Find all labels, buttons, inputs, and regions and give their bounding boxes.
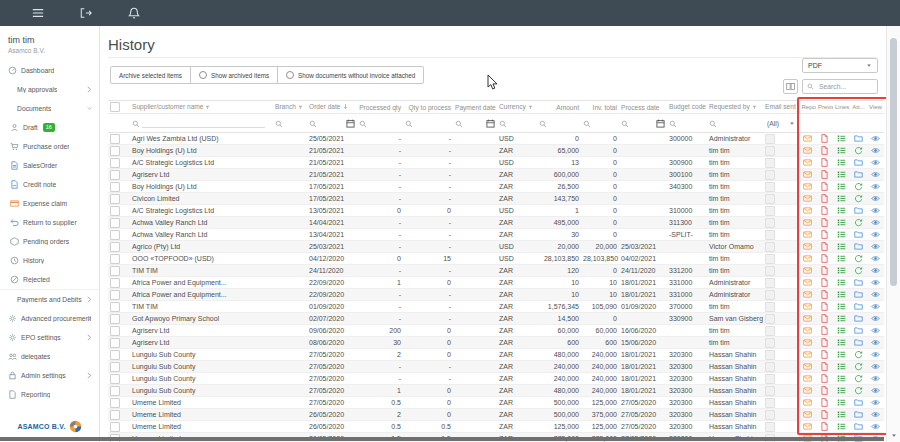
row-checkbox[interactable]	[110, 170, 120, 180]
attachment-refresh-icon[interactable]	[854, 254, 863, 263]
lines-list-icon[interactable]	[837, 314, 846, 323]
filter-input[interactable]	[142, 119, 265, 128]
row-checkbox[interactable]	[110, 134, 120, 144]
preview-pdf-icon[interactable]	[820, 230, 829, 239]
attachment-refresh-icon[interactable]	[854, 350, 863, 359]
report-email-icon[interactable]	[803, 362, 812, 371]
filter-cell-requested_by[interactable]	[707, 114, 763, 133]
attachment-folder-icon[interactable]	[854, 158, 863, 167]
row-checkbox[interactable]	[110, 254, 120, 264]
search-icon[interactable]	[669, 114, 677, 131]
filter-cell-view[interactable]	[867, 114, 884, 133]
row-checkbox[interactable]	[110, 314, 120, 324]
attachment-refresh-icon[interactable]	[854, 194, 863, 203]
lines-list-icon[interactable]	[837, 194, 846, 203]
table-row[interactable]: A/C Strategic Logistics Ltd21/05/2021--U…	[108, 157, 884, 169]
attachment-folder-icon[interactable]	[854, 242, 863, 251]
column-chooser-button[interactable]	[783, 79, 798, 94]
view-eye-icon[interactable]	[871, 146, 880, 155]
sidebar-item-advanced-procurement[interactable]: Advanced procurement	[0, 309, 99, 328]
table-row[interactable]: Lungulu Sub County27/05/202010ZAR480,000…	[108, 385, 884, 397]
filter-cell-supplier[interactable]	[130, 114, 273, 133]
column-header-process_date[interactable]: Process date	[619, 101, 667, 114]
column-header-processed_qty[interactable]: Processed qty	[357, 101, 403, 114]
table-row[interactable]: Got Apwoyo Primary School02/07/2020--ZAR…	[108, 313, 884, 325]
lines-list-icon[interactable]	[837, 242, 846, 251]
sidebar-item-dashboard[interactable]: Dashboard	[0, 61, 99, 80]
table-row[interactable]: OOO «TOPFOOD» (USD)04/12/2020015USD28,10…	[108, 253, 884, 265]
attachment-folder-icon[interactable]	[854, 278, 863, 287]
view-eye-icon[interactable]	[871, 206, 880, 215]
sidebar-item-pending-orders[interactable]: Pending orders	[0, 232, 99, 251]
row-checkbox[interactable]	[110, 374, 120, 384]
table-row[interactable]: Agriserv Ltd08/06/2020300ZAR60060015/06/…	[108, 337, 884, 349]
lines-list-icon[interactable]	[837, 290, 846, 299]
row-checkbox[interactable]	[110, 326, 120, 336]
preview-pdf-icon[interactable]	[820, 314, 829, 323]
attachment-folder-icon[interactable]	[854, 302, 863, 311]
filter-funnel-icon[interactable]	[752, 104, 757, 111]
filter-cell-process_date[interactable]	[619, 114, 667, 133]
preview-pdf-icon[interactable]	[820, 338, 829, 347]
filter-cell-att[interactable]	[850, 114, 867, 133]
table-row[interactable]: Umeme Limited27/05/20200.50ZAR500,000125…	[108, 397, 884, 409]
table-row[interactable]: Agriserv Ltd09/06/20202000ZAR60,00060,00…	[108, 325, 884, 337]
report-email-icon[interactable]	[803, 422, 812, 431]
preview-pdf-icon[interactable]	[820, 146, 829, 155]
lines-list-icon[interactable]	[837, 422, 846, 431]
select-all-checkbox[interactable]	[110, 102, 120, 112]
view-eye-icon[interactable]	[871, 362, 880, 371]
filter-cell-amount[interactable]	[537, 114, 581, 133]
preview-pdf-icon[interactable]	[820, 254, 829, 263]
report-email-icon[interactable]	[803, 218, 812, 227]
report-email-icon[interactable]	[803, 230, 812, 239]
lines-list-icon[interactable]	[837, 338, 846, 347]
row-checkbox[interactable]	[110, 194, 120, 204]
search-icon[interactable]	[132, 114, 140, 131]
preview-pdf-icon[interactable]	[820, 218, 829, 227]
preview-pdf-icon[interactable]	[820, 182, 829, 191]
view-eye-icon[interactable]	[871, 170, 880, 179]
report-email-icon[interactable]	[803, 170, 812, 179]
report-email-icon[interactable]	[803, 350, 812, 359]
horizontal-scrollbar[interactable]	[0, 437, 884, 441]
scrollbar-thumb[interactable]	[890, 38, 897, 286]
view-eye-icon[interactable]	[871, 386, 880, 395]
row-checkbox[interactable]	[110, 266, 120, 276]
lines-list-icon[interactable]	[837, 158, 846, 167]
report-email-icon[interactable]	[803, 326, 812, 335]
report-email-icon[interactable]	[803, 158, 812, 167]
lines-list-icon[interactable]	[837, 218, 846, 227]
sidebar-item-credit-note[interactable]: Credit note	[0, 175, 99, 194]
table-row[interactable]: Agriserv Ltd21/05/2021--ZAR600,000030010…	[108, 169, 884, 181]
attachment-refresh-icon[interactable]	[854, 386, 863, 395]
sidebar-item-reporting[interactable]: Reporting	[0, 385, 99, 404]
calendar-icon[interactable]	[656, 114, 665, 132]
attachment-refresh-icon[interactable]	[854, 362, 863, 371]
row-checkbox[interactable]	[110, 218, 120, 228]
attachment-refresh-icon[interactable]	[854, 182, 863, 191]
row-checkbox[interactable]	[110, 146, 120, 156]
view-eye-icon[interactable]	[871, 134, 880, 143]
preview-pdf-icon[interactable]	[820, 290, 829, 299]
row-checkbox[interactable]	[110, 182, 120, 192]
filter-cell-budget_code[interactable]	[667, 114, 707, 133]
row-checkbox[interactable]	[110, 350, 120, 360]
filter-cell-processed_qty[interactable]	[357, 114, 403, 133]
filter-funnel-icon[interactable]	[298, 104, 303, 111]
lines-list-icon[interactable]	[837, 182, 846, 191]
sidebar-item-salesorder[interactable]: SalesOrder	[0, 156, 99, 175]
search-icon[interactable]	[309, 114, 317, 131]
export-format-select[interactable]: PDF	[802, 58, 878, 73]
filter-cell-qty_to_process[interactable]	[403, 114, 453, 133]
notifications-bell-icon[interactable]	[128, 7, 140, 19]
report-email-icon[interactable]	[803, 206, 812, 215]
report-email-icon[interactable]	[803, 290, 812, 299]
table-row[interactable]: Boy Holdings (U) Ltd21/05/2021--ZAR65,00…	[108, 145, 884, 157]
preview-pdf-icon[interactable]	[820, 278, 829, 287]
sidebar-item-my-approvals[interactable]: My approvals	[0, 80, 99, 99]
view-eye-icon[interactable]	[871, 254, 880, 263]
report-email-icon[interactable]	[803, 398, 812, 407]
view-eye-icon[interactable]	[871, 278, 880, 287]
attachment-refresh-icon[interactable]	[854, 266, 863, 275]
